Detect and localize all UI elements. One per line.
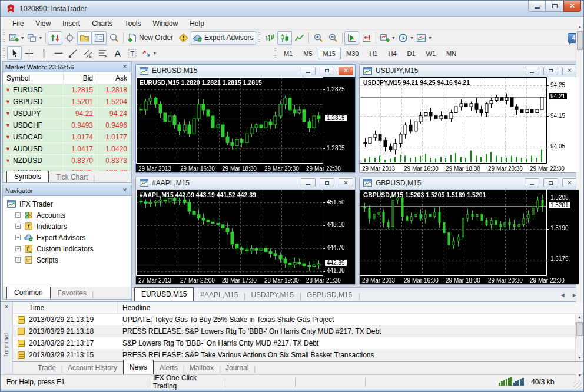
- chart-window-usdjpy-m15[interactable]: USDJPY,M15✕USDJPY,M15 94.21 94.25 94.16 …: [359, 64, 579, 173]
- column-bid[interactable]: Bid: [64, 72, 97, 84]
- terminal-tab-mailbox[interactable]: Mailbox|: [184, 362, 220, 374]
- chart-minimize-button[interactable]: [525, 67, 539, 75]
- column-symbol[interactable]: Symbol: [3, 72, 64, 84]
- market-watch-toggle-button[interactable]: [48, 31, 62, 45]
- terminal-tab-journal[interactable]: Journal|: [220, 362, 254, 374]
- menu-help[interactable]: Help: [184, 18, 210, 29]
- timeframe-h1[interactable]: H1: [364, 48, 383, 59]
- menu-charts[interactable]: Charts: [86, 18, 118, 29]
- menu-tools[interactable]: Tools: [119, 18, 147, 29]
- crosshair-tool-button[interactable]: [22, 46, 36, 60]
- chart-close-button[interactable]: ✕: [339, 178, 353, 187]
- chart-canvas[interactable]: [136, 190, 355, 285]
- horizontal-line-tool-button[interactable]: [51, 46, 66, 60]
- menu-view[interactable]: View: [29, 18, 57, 29]
- chart-window-titlebar[interactable]: GBPUSD,M15✕: [360, 177, 579, 190]
- chart-canvas[interactable]: [136, 77, 355, 172]
- chart-plot-area[interactable]: EURUSD,M15 1.2820 1.2821 1.2815 1.28151.…: [136, 77, 355, 172]
- news-row[interactable]: 2013/03/29 21:13:18PRESS RELEASE: S&P Lo…: [13, 325, 583, 337]
- alert-button[interactable]: [176, 31, 191, 45]
- maximize-button[interactable]: [546, 1, 563, 12]
- navigator-close-icon[interactable]: ✕: [121, 187, 128, 194]
- news-row[interactable]: 2013/03/29 21:13:15PRESS RELEASE: S&P Ta…: [13, 349, 583, 361]
- chart-canvas[interactable]: [360, 190, 579, 285]
- close-button[interactable]: ✕: [563, 1, 581, 12]
- auto-scroll-button[interactable]: [344, 31, 359, 45]
- chart-minimize-button[interactable]: [525, 178, 539, 187]
- new-order-button[interactable]: New Order: [125, 31, 176, 45]
- chart-tab-usdjpy-m15[interactable]: USDJPY,M15|: [244, 289, 300, 301]
- chart-close-button[interactable]: ✕: [562, 178, 577, 187]
- chart-tab--aapl-m15[interactable]: #AAPL,M15|: [194, 289, 244, 301]
- vertical-line-tool-button[interactable]: [36, 46, 51, 60]
- status-trading-mode[interactable]: IFX One Click Trading: [148, 374, 225, 390]
- chart-canvas[interactable]: [360, 77, 579, 172]
- timeframe-w1[interactable]: W1: [421, 48, 442, 59]
- expand-plus-icon[interactable]: +: [15, 212, 21, 218]
- chart-window-titlebar[interactable]: USDJPY,M15✕: [360, 65, 579, 77]
- menu-insert[interactable]: Insert: [57, 18, 86, 29]
- market-watch-row[interactable]: ▼USDCHF0.94930.9496: [3, 119, 131, 131]
- expert-advisors-button[interactable]: Expert Advisors: [191, 31, 256, 45]
- chart-close-button[interactable]: ✕: [562, 67, 577, 75]
- profiles-button[interactable]: ▾: [25, 31, 44, 45]
- timeframe-m5[interactable]: M5: [298, 48, 317, 59]
- menu-file[interactable]: File: [6, 18, 29, 29]
- market-watch-row[interactable]: ▼EURUSD1.28151.2818: [3, 84, 131, 96]
- periods-button[interactable]: ▾: [396, 31, 414, 45]
- fibonacci-tool-button[interactable]: [95, 46, 110, 60]
- text-tool-button[interactable]: [110, 46, 125, 60]
- terminal-tab-news[interactable]: News: [123, 360, 154, 374]
- chart-window-eurusd-m15[interactable]: EURUSD,M15✕EURUSD,M15 1.2820 1.2821 1.28…: [135, 64, 356, 173]
- zoom-out-button[interactable]: [326, 31, 340, 45]
- timeframe-mn[interactable]: MN: [441, 48, 462, 59]
- column-headline[interactable]: Headline: [118, 304, 583, 312]
- tree-item-custom-indicators[interactable]: +Custom Indicators: [6, 243, 131, 254]
- chart-window-titlebar[interactable]: #AAPL,M15✕: [136, 177, 355, 190]
- terminal-tab-alerts[interactable]: Alerts|: [154, 362, 184, 374]
- terminal-toggle-button[interactable]: [92, 31, 107, 45]
- templates-button[interactable]: ▾: [414, 31, 433, 45]
- column-ask[interactable]: Ask: [97, 72, 131, 84]
- chart-restore-button[interactable]: [543, 67, 558, 75]
- minimize-button[interactable]: [528, 1, 546, 12]
- scroll-down-icon[interactable]: ▼: [576, 354, 583, 361]
- text-label-tool-button[interactable]: [125, 46, 140, 60]
- news-scrollbar[interactable]: ▲ ▼: [575, 314, 583, 361]
- navigator-toggle-button[interactable]: [77, 31, 92, 45]
- chart-restore-button[interactable]: [543, 178, 558, 187]
- scroll-thumb[interactable]: [576, 322, 583, 336]
- market-watch-row[interactable]: ▼GBPUSD1.52011.5204: [3, 96, 131, 108]
- timeframe-h4[interactable]: H4: [383, 48, 402, 59]
- chart-shift-button[interactable]: [359, 31, 374, 45]
- resize-grip[interactable]: [573, 380, 582, 389]
- chart-window-gbpusd-m15[interactable]: GBPUSD,M15✕GBPUSD,M15 1.5203 1.5205 1.51…: [359, 177, 579, 285]
- zoom-in-button[interactable]: [311, 31, 326, 45]
- tree-item-scripts[interactable]: +Scripts: [6, 254, 131, 265]
- chart-minimize-button[interactable]: [301, 67, 316, 75]
- market-watch-close-icon[interactable]: ✕: [121, 64, 128, 71]
- chart-close-button[interactable]: ✕: [339, 67, 353, 75]
- equidistant-channel-tool-button[interactable]: [81, 46, 95, 60]
- data-window-button[interactable]: [62, 31, 77, 45]
- market-watch-row[interactable]: ▼EURJPY120.75120.78: [3, 167, 131, 171]
- market-watch-row[interactable]: ▼USDCAD1.01741.0177: [3, 131, 131, 143]
- market-watch-row[interactable]: ▼AUDUSD1.04171.0420: [3, 143, 131, 155]
- chart-plot-area[interactable]: #AAPL,M15 442.09 443.19 441.52 442.39451…: [136, 190, 355, 285]
- scroll-up-icon[interactable]: ▲: [576, 314, 583, 321]
- chart-plot-area[interactable]: USDJPY,M15 94.21 94.25 94.16 94.2194.259…: [360, 77, 579, 172]
- market-watch-row[interactable]: ▼USDJPY94.2194.24: [3, 108, 131, 119]
- strategy-tester-button[interactable]: [107, 31, 121, 45]
- timeframe-m30[interactable]: M30: [341, 48, 364, 59]
- expand-plus-icon[interactable]: +: [15, 224, 21, 229]
- chart-tab-eurusd-m15[interactable]: EURUSD,M15: [134, 287, 194, 301]
- indicators-button[interactable]: ▾: [378, 31, 396, 45]
- tree-item-accounts[interactable]: +Accounts: [6, 210, 131, 221]
- chart-restore-button[interactable]: [320, 67, 334, 75]
- tab-tick-chart[interactable]: Tick Chart|: [49, 172, 95, 183]
- tab-common[interactable]: Common: [6, 287, 51, 299]
- tab-symbols[interactable]: Symbols: [6, 171, 49, 183]
- chart-restore-button[interactable]: [320, 178, 334, 187]
- chart-window--aapl-m15[interactable]: #AAPL,M15✕#AAPL,M15 442.09 443.19 441.52…: [135, 177, 356, 285]
- news-row[interactable]: 2013/03/29 21:13:17S&P Lowers Rtg To 'BB…: [13, 337, 583, 349]
